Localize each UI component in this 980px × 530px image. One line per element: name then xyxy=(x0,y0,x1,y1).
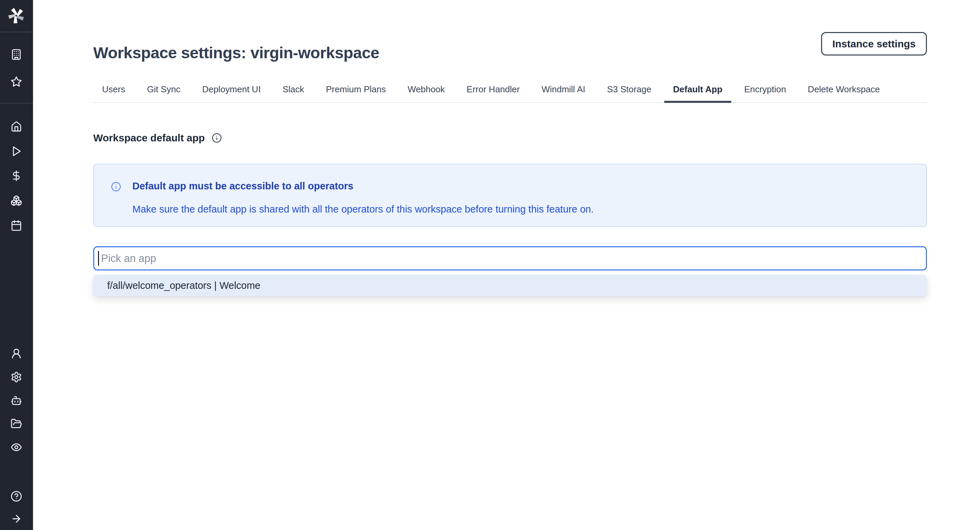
info-circle-icon xyxy=(111,182,121,192)
app-picker xyxy=(93,246,927,270)
user-icon xyxy=(11,348,22,359)
sidebar-item-folders[interactable] xyxy=(11,418,22,429)
tab-premium-plans[interactable]: Premium Plans xyxy=(317,79,395,102)
boxes-icon xyxy=(11,195,22,206)
tab-error-handler[interactable]: Error Handler xyxy=(458,79,528,102)
app-picker-dropdown: f/all/welcome_operators | Welcome xyxy=(93,275,927,296)
tab-windmill-ai[interactable]: Windmill AI xyxy=(533,79,594,102)
help-circle-icon xyxy=(11,490,22,502)
sidebar-item-resources[interactable] xyxy=(11,195,22,206)
tab-slack[interactable]: Slack xyxy=(274,79,313,102)
sidebar-divider xyxy=(0,32,33,32)
sidebar-item-settings[interactable] xyxy=(11,371,22,383)
info-alert: Default app must be accessible to all op… xyxy=(93,164,927,227)
sidebar-item-help[interactable] xyxy=(11,490,22,502)
sidebar-item-workspaces[interactable] xyxy=(11,49,22,60)
sidebar-item-workers[interactable] xyxy=(11,395,22,406)
tab-users[interactable]: Users xyxy=(93,79,134,102)
main-content: Workspace settings: virgin-workspace Ins… xyxy=(33,0,980,530)
sidebar-item-home[interactable] xyxy=(11,121,22,132)
sidebar-item-variables[interactable] xyxy=(11,170,22,182)
tab-git-sync[interactable]: Git Sync xyxy=(138,79,189,102)
play-icon xyxy=(11,145,22,157)
star-icon xyxy=(11,76,22,88)
sidebar-item-schedules[interactable] xyxy=(11,220,22,231)
eye-icon xyxy=(11,441,22,453)
tab-encryption[interactable]: Encryption xyxy=(735,79,795,102)
windmill-logo-icon[interactable] xyxy=(8,7,25,24)
tab-webhook[interactable]: Webhook xyxy=(399,79,453,102)
settings-tab-bar: Users Git Sync Deployment UI Slack Premi… xyxy=(93,79,927,103)
tab-s3-storage[interactable]: S3 Storage xyxy=(598,79,660,102)
calendar-icon xyxy=(11,220,22,231)
section-title: Workspace default app xyxy=(93,132,205,144)
sidebar-divider xyxy=(0,103,33,104)
building-icon xyxy=(11,49,22,60)
tab-delete-workspace[interactable]: Delete Workspace xyxy=(799,79,889,102)
gear-icon xyxy=(11,371,22,383)
sidebar-item-audit-logs[interactable] xyxy=(11,441,22,453)
alert-body: Make sure the default app is shared with… xyxy=(132,204,594,215)
sidebar-item-expand[interactable] xyxy=(11,513,22,525)
arrow-right-icon xyxy=(11,513,22,525)
text-cursor xyxy=(98,251,99,266)
tab-default-app[interactable]: Default App xyxy=(664,79,731,103)
sidebar-item-users[interactable] xyxy=(11,348,22,359)
sidebar-item-runs[interactable] xyxy=(11,145,22,157)
robot-icon xyxy=(11,395,22,406)
page-title: Workspace settings: virgin-workspace xyxy=(93,43,379,62)
instance-settings-button[interactable]: Instance settings xyxy=(821,32,927,56)
home-icon xyxy=(11,121,22,132)
section-header: Workspace default app xyxy=(93,132,222,144)
dollar-sign-icon xyxy=(11,170,22,182)
sidebar xyxy=(0,0,33,530)
folder-open-icon xyxy=(11,418,22,429)
info-circle-icon[interactable] xyxy=(212,133,222,143)
dropdown-item-welcome-app[interactable]: f/all/welcome_operators | Welcome xyxy=(93,275,927,296)
alert-title: Default app must be accessible to all op… xyxy=(132,180,353,192)
tab-deployment-ui[interactable]: Deployment UI xyxy=(193,79,269,102)
sidebar-item-favorites[interactable] xyxy=(11,76,22,88)
pick-an-app-input[interactable] xyxy=(93,246,927,270)
